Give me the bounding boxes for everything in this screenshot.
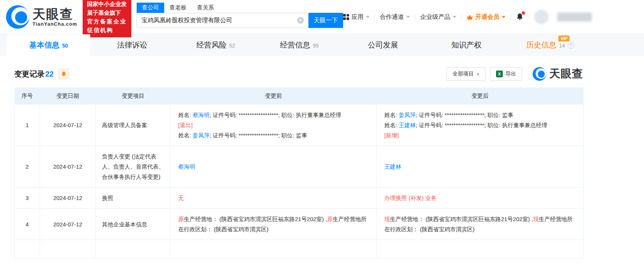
- search-button[interactable]: 天眼一下: [308, 13, 343, 28]
- page: 天眼查 TianYanCha.com 国家中小企业发展子基金旗下 官方备案企业征…: [0, 0, 644, 266]
- notification-red-dot: [522, 11, 525, 15]
- nav-apps[interactable]: 应用: [343, 13, 370, 21]
- tab-count: 50: [62, 43, 68, 49]
- top-header: 天眼查 TianYanCha.com 国家中小企业发展子基金旗下 官方备案企业征…: [0, 0, 644, 34]
- search-box: 查公司查老板查关系 ✕ 天眼一下: [137, 0, 343, 28]
- filter-dropdown[interactable]: 全部项目: [447, 67, 485, 81]
- person-link[interactable]: 蔡海明: [178, 163, 195, 170]
- clear-icon[interactable]: ✕: [297, 17, 304, 24]
- cell-before: 原生产经营地： (陕西省宝鸡市渭滨区巨福东路21号202室) ,原生产经营地所在…: [171, 209, 377, 240]
- cell-date: 2024-07-12: [40, 188, 96, 209]
- cell-no: 3: [15, 188, 40, 209]
- cell-before: 无: [171, 188, 377, 209]
- gov-certification-badge: 国家中小企业发展子基金旗下 官方备案企业征信机构: [83, 0, 131, 37]
- nav-cooperation-label: 合作通道: [380, 13, 404, 21]
- crown-icon: [467, 14, 473, 20]
- vip-badge: VIP: [558, 35, 570, 42]
- red-text: 原: [178, 216, 184, 222]
- tab-label: 经营信息: [280, 40, 310, 50]
- tab-development[interactable]: 公司发展: [341, 34, 425, 56]
- username-placeholder[interactable]: [557, 12, 592, 22]
- tab-label: 法律诉讼: [117, 40, 147, 50]
- change-line: 现生产经营地： (陕西省宝鸡市渭滨区巨福东路21号202室) ,现生产经营地所在…: [384, 214, 576, 234]
- search-tab-boss[interactable]: 查老板: [164, 3, 192, 13]
- cell-date: 2024-07-12: [40, 146, 96, 188]
- cell-no: 2: [15, 146, 40, 188]
- cell-after: 现生产经营地： (陕西省宝鸡市渭滨区巨福东路21号202室) ,现生产经营地所在…: [377, 209, 584, 240]
- search-tab-relation[interactable]: 查关系: [192, 3, 219, 13]
- export-button-label: 导出: [505, 71, 516, 77]
- text: 姓名:: [384, 112, 399, 118]
- help-icon[interactable]: ?: [568, 42, 574, 49]
- table-header-row: 序号变更日期变更项目变更前变更后: [15, 88, 584, 105]
- search-input[interactable]: [137, 13, 308, 28]
- chevron-down-icon: [502, 16, 505, 18]
- tab-bar: 基本信息50法律诉讼经营风险52经营信息95公司发展知识产权历史信息14?VIP: [0, 34, 644, 56]
- top-nav: 应用 合作通道 企业级产品 开通会员: [343, 10, 644, 24]
- search-tab-company[interactable]: 查公司: [137, 3, 164, 13]
- brand-logo[interactable]: 天眼查 TianYanCha.com: [6, 5, 77, 29]
- tab-basic-info[interactable]: 基本信息50: [7, 34, 90, 56]
- cell-empty: [96, 240, 171, 259]
- tab-operation-risk[interactable]: 经营风险52: [174, 34, 257, 56]
- table-body: 12024-07-12高级管理人员备案姓名: 蔡海明; 证件号码: ******…: [15, 105, 584, 259]
- text: ; 证件号码: ******************; 职位: 执行董事兼总经理: [416, 122, 547, 128]
- tab-label: 历史信息: [526, 40, 556, 50]
- cell-empty: [377, 240, 584, 259]
- change-line: [新增]: [384, 130, 576, 140]
- tab-legal[interactable]: 法律诉讼: [90, 34, 174, 56]
- column-header: 序号: [15, 88, 40, 105]
- brand-logo-text: 天眼查 TianYanCha.com: [32, 8, 77, 27]
- nav-enterprise-products[interactable]: 企业级产品: [420, 13, 456, 21]
- person-link[interactable]: 王建林: [384, 163, 401, 170]
- tab-count: 52: [229, 43, 235, 49]
- person-link[interactable]: 王建林: [399, 122, 416, 128]
- tab-business-info[interactable]: 经营信息95: [257, 34, 341, 56]
- divider: [529, 14, 529, 20]
- tab-intellectual-property[interactable]: 知识产权: [425, 34, 508, 56]
- tab-history[interactable]: 历史信息14?VIP: [508, 34, 592, 56]
- notification-bell[interactable]: [516, 12, 524, 22]
- subscribe-alert-button[interactable]: [58, 68, 69, 80]
- person-link[interactable]: 姜凤萍: [193, 132, 210, 138]
- text: 姓名:: [384, 122, 399, 128]
- cell-before: 蔡海明: [171, 146, 377, 188]
- cell-date: 2024-07-12: [40, 209, 96, 240]
- table-row: 22024-07-12负责人变更 (法定代表人、负责人、首席代表、合伙事务执行人…: [15, 146, 584, 188]
- change-line: 原生产经营地： (陕西省宝鸡市渭滨区巨福东路21号202室) ,原生产经营地所在…: [178, 214, 369, 234]
- cell-before: 姓名: 蔡海明; 证件号码: ******************; 职位: 执…: [171, 105, 377, 146]
- avatar[interactable]: [534, 10, 548, 24]
- text: 生产经营地： (陕西省宝鸡市渭滨区巨福东路21号202室) ,: [184, 216, 327, 222]
- section-header: 变更记录 22 全部项目 X 导出 天眼查: [14, 66, 583, 81]
- table-row: 42024-07-12其他企业基本信息原生产经营地： (陕西省宝鸡市渭滨区巨福东…: [15, 209, 584, 240]
- content: 变更记录 22 全部项目 X 导出 天眼查: [0, 56, 644, 259]
- watermark-logo: 天眼查: [533, 66, 583, 81]
- gov-badge-line2: 官方备案企业征信机构: [87, 17, 127, 34]
- cell-date: 2024-07-12: [40, 105, 96, 146]
- table-row: 12024-07-12高级管理人员备案姓名: 蔡海明; 证件号码: ******…: [15, 105, 584, 146]
- column-header: 变更日期: [40, 88, 96, 105]
- person-link[interactable]: 蔡海明: [193, 112, 210, 118]
- red-text: 原: [327, 216, 333, 222]
- cell-item: 其他企业基本信息: [96, 209, 171, 240]
- export-button[interactable]: X 导出: [490, 67, 522, 81]
- person-link[interactable]: 姜凤萍: [399, 112, 416, 118]
- chevron-down-icon: [476, 74, 479, 75]
- nav-cooperation[interactable]: 合作通道: [380, 13, 410, 21]
- nav-enterprise-products-label: 企业级产品: [420, 13, 450, 21]
- cell-empty: [15, 240, 40, 259]
- chevron-down-icon: [406, 16, 410, 18]
- table-row: 32024-07-12换照无办理换照 (补发) 业务: [15, 188, 584, 209]
- change-record-table: 序号变更日期变更项目变更前变更后 12024-07-12高级管理人员备案姓名: …: [14, 88, 584, 259]
- nav-open-membership[interactable]: 开通会员: [467, 13, 505, 21]
- watermark-logo-text: 天眼查: [549, 66, 583, 81]
- red-text: [新增]: [384, 132, 399, 138]
- chevron-down-icon: [366, 16, 370, 18]
- excel-icon: X: [496, 71, 503, 77]
- watermark-logo-icon: [533, 67, 546, 81]
- apps-grid-icon: [343, 14, 349, 20]
- table-row-partial: [15, 240, 584, 259]
- cell-after: 王建林: [377, 146, 584, 188]
- gov-badge-line1: 国家中小企业发展子基金旗下: [87, 0, 127, 17]
- divider: [510, 14, 511, 20]
